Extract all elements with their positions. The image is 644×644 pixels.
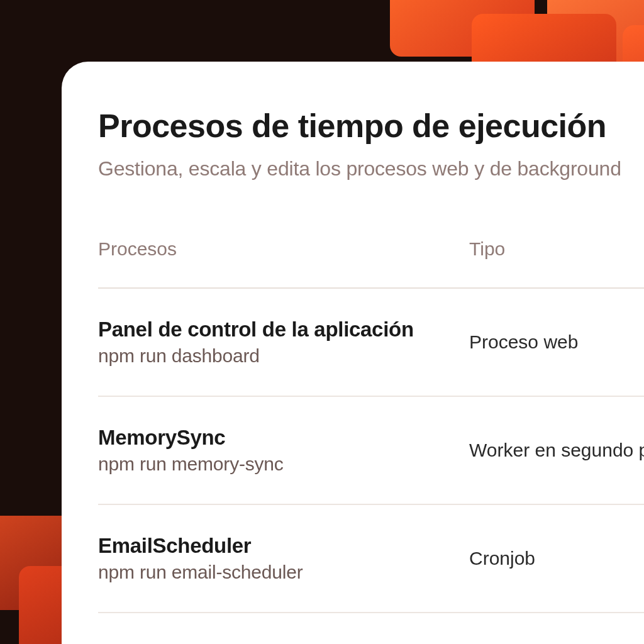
column-header-process: Procesos — [98, 238, 469, 260]
table-header-row: Procesos Tipo — [98, 238, 644, 289]
table-row[interactable]: MemorySync npm run memory-sync Worker en… — [98, 397, 644, 505]
page-subtitle: Gestiona, escala y edita los procesos we… — [98, 157, 644, 180]
process-name: MemorySync — [98, 426, 469, 450]
process-info: MemorySync npm run memory-sync — [98, 426, 469, 475]
page-title: Procesos de tiempo de ejecución — [98, 107, 644, 145]
column-header-type: Tipo — [469, 238, 644, 260]
process-type: Worker en segundo plano — [469, 440, 644, 461]
process-info: EmailScheduler npm run email-scheduler — [98, 534, 469, 583]
process-type: Cronjob — [469, 548, 644, 569]
process-type: Proceso web — [469, 331, 644, 353]
processes-card: Procesos de tiempo de ejecución Gestiona… — [62, 62, 644, 644]
process-name: EmailScheduler — [98, 534, 469, 558]
process-command: npm run email-scheduler — [98, 562, 469, 583]
process-info: Panel de control de la aplicación npm ru… — [98, 318, 469, 367]
process-name: Panel de control de la aplicación — [98, 318, 469, 341]
process-command: npm run memory-sync — [98, 453, 469, 475]
process-command: npm run dashboard — [98, 345, 469, 367]
table-row[interactable]: EmailScheduler npm run email-scheduler C… — [98, 505, 644, 613]
table-row[interactable]: Panel de control de la aplicación npm ru… — [98, 289, 644, 397]
